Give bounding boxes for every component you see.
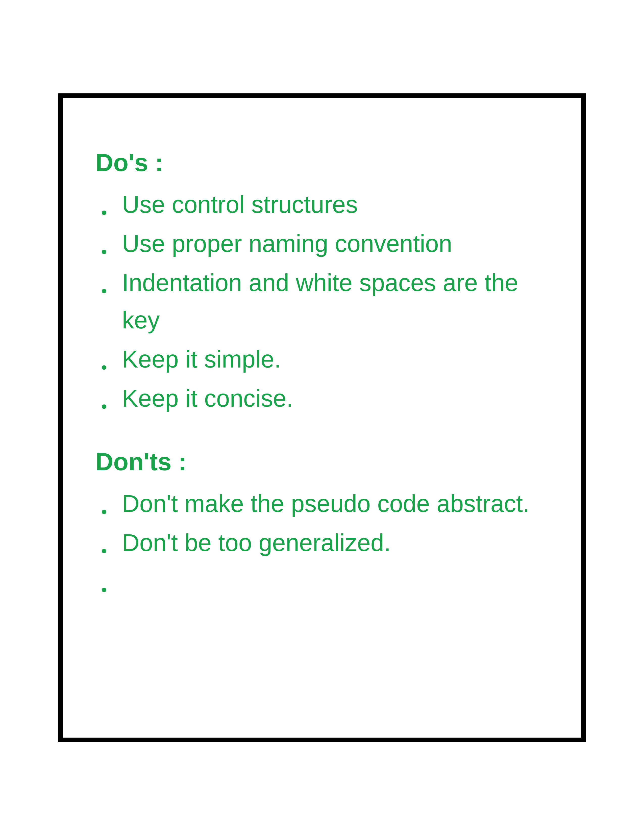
list-item: Use proper naming convention — [95, 225, 554, 262]
list-item: Keep it concise. — [95, 380, 554, 417]
list-item: Use control structures — [95, 186, 554, 224]
donts-heading: Don'ts : — [95, 447, 554, 476]
dos-list: Use control structures Use proper naming… — [95, 186, 554, 417]
donts-list: Don't make the pseudo code abstract. Don… — [95, 485, 554, 562]
dos-section: Do's : Use control structures Use proper… — [95, 148, 554, 417]
list-item: Indentation and white spaces are the key — [95, 264, 554, 339]
dos-heading: Do's : — [95, 148, 554, 177]
content-frame: Do's : Use control structures Use proper… — [58, 93, 586, 742]
list-item: Keep it simple. — [95, 341, 554, 378]
list-item: Don't make the pseudo code abstract. — [95, 485, 554, 523]
list-item: Don't be too generalized. — [95, 524, 554, 562]
donts-section: Don'ts : Don't make the pseudo code abst… — [95, 447, 554, 562]
